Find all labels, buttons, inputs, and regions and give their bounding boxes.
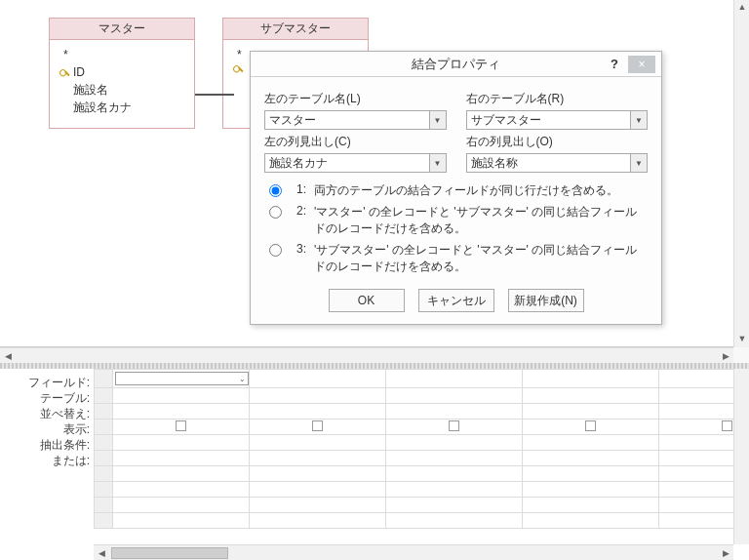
row-selector[interactable] — [95, 388, 113, 404]
or-cell[interactable] — [522, 513, 658, 529]
or-cell[interactable] — [249, 451, 385, 466]
scroll-right-icon[interactable]: ▶ — [718, 548, 733, 558]
field-cell[interactable] — [385, 370, 522, 388]
criteria-cell[interactable] — [249, 435, 385, 451]
row-selector[interactable] — [95, 370, 113, 388]
join-type-3-radio[interactable] — [269, 244, 282, 257]
dialog-title: 結合プロパティ — [412, 56, 500, 73]
row-selector[interactable] — [95, 482, 113, 498]
chevron-down-icon[interactable]: ▼ — [630, 111, 647, 129]
scroll-left-icon[interactable]: ◀ — [0, 351, 16, 361]
right-column-combo[interactable]: 施設名称 ▼ — [466, 153, 649, 173]
join-type-1-radio[interactable] — [269, 184, 282, 197]
grid-horizontal-scrollbar[interactable]: ◀ ▶ — [94, 544, 733, 560]
help-button[interactable]: ? — [605, 56, 624, 73]
entity-master[interactable]: マスター * ID 施設名 施設名カナ — [49, 18, 195, 129]
row-selector[interactable] — [95, 451, 113, 466]
field-cell[interactable] — [522, 370, 658, 388]
join-type-1-num: 1: — [293, 182, 306, 196]
join-line[interactable] — [195, 94, 234, 96]
field-cell[interactable] — [249, 370, 385, 388]
or-cell[interactable] — [522, 466, 658, 482]
ok-button[interactable]: OK — [329, 289, 405, 312]
field-dropdown[interactable]: ⌄ — [115, 372, 249, 385]
cancel-button[interactable]: キャンセル — [418, 289, 494, 312]
label-show: 表示: — [0, 421, 90, 437]
right-table-combo[interactable]: サブマスター ▼ — [466, 110, 649, 130]
grid-vertical-scrollbar[interactable] — [733, 369, 749, 544]
or-cell[interactable] — [112, 498, 249, 513]
show-cell[interactable] — [112, 420, 249, 435]
left-column-label: 左の列見出し(C) — [264, 134, 447, 150]
table-cell[interactable] — [112, 388, 249, 404]
sort-cell[interactable] — [112, 404, 249, 420]
table-cell[interactable] — [522, 388, 658, 404]
join-type-3-desc: 'サブマスター' の全レコードと 'マスター' の同じ結合フィールドのレコードだ… — [314, 242, 648, 275]
table-cell[interactable] — [385, 388, 522, 404]
or-cell[interactable] — [112, 466, 249, 482]
new-button[interactable]: 新規作成(N) — [508, 289, 584, 312]
or-cell[interactable] — [385, 466, 522, 482]
chevron-down-icon[interactable]: ▼ — [429, 154, 446, 172]
row-selector[interactable] — [95, 498, 113, 513]
or-cell[interactable] — [522, 451, 658, 466]
show-checkbox[interactable] — [176, 420, 186, 431]
criteria-cell[interactable] — [385, 435, 522, 451]
criteria-cell[interactable] — [112, 435, 249, 451]
entity-master-field-kana: 施設名カナ — [73, 99, 132, 116]
label-table: テーブル: — [0, 390, 90, 406]
scroll-left-icon[interactable]: ◀ — [94, 548, 109, 558]
or-cell[interactable] — [112, 482, 249, 498]
or-cell[interactable] — [522, 498, 658, 513]
scrollbar-thumb[interactable] — [111, 547, 228, 559]
scroll-up-icon[interactable]: ▲ — [734, 0, 749, 16]
or-cell[interactable] — [385, 451, 522, 466]
row-selector[interactable] — [95, 420, 113, 435]
close-button[interactable]: × — [628, 56, 655, 73]
show-cell[interactable] — [522, 420, 658, 435]
show-checkbox[interactable] — [312, 420, 323, 431]
label-criteria: 抽出条件: — [0, 437, 90, 453]
diagram-horizontal-scrollbar[interactable]: ◀ ▶ — [0, 347, 733, 363]
join-type-3-num: 3: — [293, 242, 306, 256]
or-cell[interactable] — [249, 513, 385, 529]
row-selector[interactable] — [95, 466, 113, 482]
scroll-right-icon[interactable]: ▶ — [718, 351, 733, 361]
row-selector[interactable] — [95, 404, 113, 420]
or-cell[interactable] — [249, 482, 385, 498]
field-cell[interactable]: ⌄ — [112, 370, 249, 388]
or-cell[interactable] — [249, 466, 385, 482]
left-table-combo[interactable]: マスター ▼ — [264, 110, 447, 130]
sort-cell[interactable] — [385, 404, 522, 420]
chevron-down-icon[interactable]: ▼ — [429, 111, 446, 129]
relationship-diagram-pane[interactable]: マスター * ID 施設名 施設名カナ サブマスター * — [0, 0, 733, 347]
or-cell[interactable] — [522, 482, 658, 498]
show-checkbox[interactable] — [449, 420, 459, 431]
row-selector[interactable] — [95, 513, 113, 529]
show-checkbox[interactable] — [722, 420, 732, 431]
dialog-titlebar[interactable]: 結合プロパティ ? × — [251, 52, 661, 77]
design-grid[interactable]: ⌄ — [94, 369, 749, 529]
or-cell[interactable] — [385, 513, 522, 529]
sort-cell[interactable] — [249, 404, 385, 420]
join-type-2-radio[interactable] — [269, 206, 282, 219]
row-selector[interactable] — [95, 435, 113, 451]
or-cell[interactable] — [385, 498, 522, 513]
criteria-cell[interactable] — [522, 435, 658, 451]
show-cell[interactable] — [385, 420, 522, 435]
or-cell[interactable] — [385, 482, 522, 498]
entity-master-field-id: ID — [73, 63, 85, 81]
or-cell[interactable] — [249, 498, 385, 513]
or-cell[interactable] — [112, 513, 249, 529]
or-cell[interactable] — [112, 451, 249, 466]
scroll-down-icon[interactable]: ▼ — [734, 332, 749, 347]
diagram-vertical-scrollbar[interactable]: ▲ ▼ — [733, 0, 749, 347]
table-cell[interactable] — [249, 388, 385, 404]
chevron-down-icon[interactable]: ▼ — [630, 154, 647, 172]
join-type-1-desc: 両方のテーブルの結合フィールドが同じ行だけを含める。 — [314, 182, 648, 199]
entity-submaster-title: サブマスター — [223, 19, 368, 40]
show-cell[interactable] — [249, 420, 385, 435]
show-checkbox[interactable] — [585, 420, 596, 431]
left-column-combo[interactable]: 施設名カナ ▼ — [264, 153, 447, 173]
sort-cell[interactable] — [522, 404, 658, 420]
